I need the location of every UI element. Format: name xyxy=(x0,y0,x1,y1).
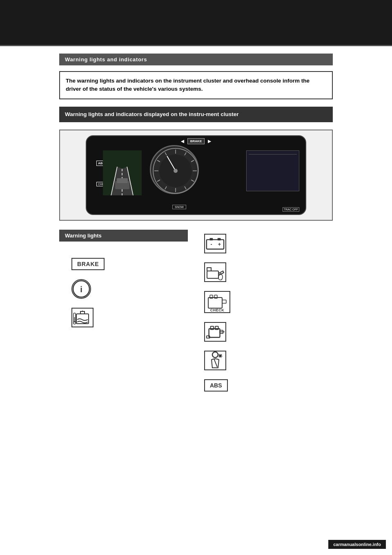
cluster-snow-label: SNOW xyxy=(172,205,186,209)
warning-lights-header: Warning lights xyxy=(59,230,188,242)
abs-warning-icon: ABS xyxy=(204,379,228,392)
page: Warning lights and indicators The warnin… xyxy=(0,0,392,555)
svg-rect-35 xyxy=(207,271,218,278)
engine-icon xyxy=(204,322,226,342)
check-warning-icon: CHECK xyxy=(204,291,230,313)
coolant-warning-icon xyxy=(71,308,94,327)
svg-text:CHECK: CHECK xyxy=(210,308,225,312)
sub-section-header: Warning lights and indicators displayed … xyxy=(59,107,333,123)
svg-text:i: i xyxy=(80,285,82,294)
battery-svg: - + xyxy=(205,236,225,251)
svg-rect-39 xyxy=(222,300,226,303)
svg-line-11 xyxy=(191,160,194,162)
oilcan-icon xyxy=(204,262,226,282)
top-bar xyxy=(0,0,392,45)
warning-left-column: Warning lights BRAKE i xyxy=(59,230,196,392)
svg-line-10 xyxy=(185,152,186,155)
cluster-right-arrow: ▶ xyxy=(208,139,211,143)
svg-line-48 xyxy=(214,359,217,367)
cluster-right-panel: TRAC OFF xyxy=(230,136,301,215)
brake-icon-label: BRAKE xyxy=(71,258,105,270)
cluster-screen-content xyxy=(247,151,299,158)
warning-section: Warning lights BRAKE i xyxy=(59,230,333,392)
warning-lights-title: Warning lights xyxy=(65,233,102,239)
oilcan-svg xyxy=(205,264,225,281)
road-svg xyxy=(103,150,142,195)
svg-line-14 xyxy=(185,186,186,189)
check-icon: CHECK xyxy=(204,291,230,313)
engine-warning-icon xyxy=(204,322,226,342)
info-warning-icon: i xyxy=(71,279,91,299)
svg-rect-32 xyxy=(218,238,221,241)
section-title: Warning lights and indicators xyxy=(65,56,147,63)
svg-rect-31 xyxy=(210,238,213,241)
road-display xyxy=(103,150,142,195)
abs-icon-label: ABS xyxy=(204,379,228,392)
svg-line-19 xyxy=(157,160,160,162)
info-icon: i xyxy=(71,279,91,299)
info-box: The warning lights and indicators on the… xyxy=(59,71,333,99)
warning-icons-right: - + xyxy=(200,230,333,392)
check-svg: CHECK xyxy=(205,292,229,312)
svg-text:+: + xyxy=(218,242,221,247)
person-warning-icon xyxy=(204,351,226,370)
warning-icons-left: BRAKE i xyxy=(59,254,188,327)
watermark-box: carmanualsonline.info xyxy=(328,540,386,549)
sub-section-title: Warning lights and indicators displayed … xyxy=(65,111,239,117)
main-content: Warning lights and indicators The warnin… xyxy=(0,46,392,416)
section-header: Warning lights and indicators xyxy=(59,54,333,65)
battery-icon: - + xyxy=(204,234,226,253)
svg-line-13 xyxy=(191,180,194,181)
brake-warning-icon: BRAKE xyxy=(71,258,105,270)
battery-warning-icon: - + xyxy=(204,234,226,253)
svg-rect-6 xyxy=(117,178,128,183)
svg-rect-30 xyxy=(207,240,224,249)
info-text: The warning lights and indicators on the… xyxy=(66,78,310,92)
svg-point-47 xyxy=(212,352,218,358)
watermark-area: carmanualsonline.info xyxy=(328,540,386,549)
cluster-trac-icon: TRAC OFF xyxy=(283,207,299,212)
cluster-left-arrow: ◀ xyxy=(181,139,184,143)
person-icon xyxy=(204,351,226,370)
svg-line-16 xyxy=(165,186,167,189)
cluster-info-screen xyxy=(246,150,299,191)
cluster-inner-display: ◀ BRAKE ▶ ABS CHECK xyxy=(87,136,305,214)
person-svg xyxy=(205,351,225,370)
speedometer xyxy=(150,145,199,194)
svg-rect-41 xyxy=(209,329,220,338)
svg-line-17 xyxy=(157,180,160,181)
info-icon-svg: i xyxy=(72,280,90,298)
cluster-screen-row1 xyxy=(249,153,297,154)
svg-point-22 xyxy=(174,169,178,173)
svg-text:-: - xyxy=(210,242,212,247)
speedo-svg xyxy=(151,146,200,195)
coolant-icon xyxy=(71,308,94,327)
watermark-text: carmanualsonline.info xyxy=(333,542,381,547)
oilcan-warning-icon xyxy=(204,262,226,282)
cluster-container: ◀ BRAKE ▶ ABS CHECK xyxy=(59,130,333,221)
svg-line-20 xyxy=(165,152,167,155)
cluster-bottom-right-icons: TRAC OFF xyxy=(283,207,299,212)
cluster-brake-label: BRAKE xyxy=(187,138,205,144)
coolant-svg xyxy=(73,309,92,326)
engine-svg xyxy=(205,323,225,341)
warning-right-column: - + xyxy=(196,230,333,392)
svg-rect-36 xyxy=(208,298,222,308)
cluster-display: ◀ BRAKE ▶ ABS CHECK xyxy=(86,135,306,215)
